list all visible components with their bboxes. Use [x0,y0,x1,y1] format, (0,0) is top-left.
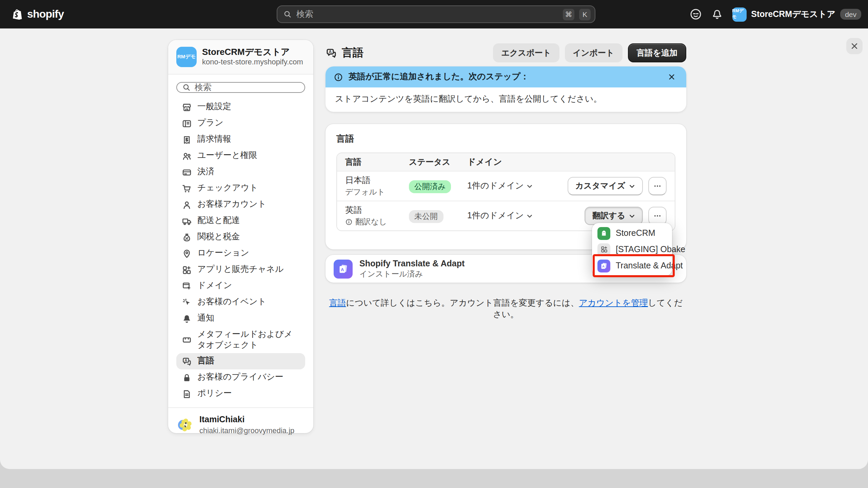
billing-icon [182,135,192,145]
privacy-lock-icon [182,373,192,383]
settings-search-field[interactable] [176,82,305,93]
chevron-down-icon [629,183,635,189]
sidebar-item-customer-accounts[interactable]: お客様アカウント [176,197,305,213]
translate-apps-dropdown: StoreCRM [STAGING] Obake A Translate & A… [592,223,672,276]
user-email: chiaki.itami@groovymedia.jp [199,425,294,435]
users-permissions-icon [182,151,192,161]
language-name: 英語 [345,205,409,216]
banner-body: ストアコンテンツを英語に翻訳してから、言語を公開してください。 [326,87,686,112]
row-menu-button[interactable] [648,207,667,225]
manage-account-link[interactable]: アカウントを管理 [579,298,648,308]
customize-button[interactable]: カスタマイズ [568,177,643,195]
chevron-down-icon [629,212,635,219]
store-avatar: RMデモ [732,7,746,21]
sidebar-item-domains[interactable]: ドメイン [176,278,305,294]
settings-search-input[interactable] [195,83,304,92]
sidebar-item-plan[interactable]: プラン [176,115,305,131]
translate-button[interactable]: 翻訳する [585,207,643,225]
banner-title: 英語が正常に追加されました。次のステップ： [349,71,659,83]
domain-dropdown[interactable]: 1件のドメイン [467,180,568,192]
help-footer: 言語について詳しくはこちら。アカウント言語を変更するには、アカウントを管理してく… [326,298,686,321]
sidebar-item-policies[interactable]: ポリシー [176,386,305,402]
dropdown-item-storecrm[interactable]: StoreCRM [595,225,669,241]
topbar: shopify ⌘ K RMデモ StoreCRMデモストア dev [0,0,868,28]
sidebar-item-locations[interactable]: ロケーション [176,245,305,262]
storecrm-app-icon [597,227,610,240]
export-button[interactable]: エクスポート [493,43,559,62]
add-language-button[interactable]: 言語を追加 [628,43,686,62]
page-title: 言語 [342,46,363,60]
global-search-input[interactable] [296,9,558,19]
sidebar-item-general[interactable]: 一般設定 [176,99,305,115]
user-avatar [176,416,194,433]
customer-accounts-icon [182,200,192,210]
close-settings-button[interactable] [846,38,863,54]
shopify-settings-page: shopify ⌘ K RMデモ StoreCRMデモストア dev [0,0,868,488]
dropdown-item-translate-adapt[interactable]: A Translate & Adapt [595,258,669,274]
domains-icon [182,281,192,291]
store-icon [182,102,192,112]
sidebar-store-header: RMデモ StoreCRMデモストア kono-test-store.mysho… [168,40,313,75]
chevron-down-icon [527,183,533,189]
shopify-bag-icon [11,7,24,21]
store-name: StoreCRMデモストア [751,8,835,20]
row-menu-button[interactable] [648,177,667,195]
languages-title-icon: A [326,47,337,59]
sidebar-item-billing[interactable]: 請求情報 [176,131,305,148]
settings-menu: 一般設定 プラン 請求情報 ユーザーと権限 決済 [168,96,313,408]
global-search-bar[interactable]: ⌘ K [277,5,595,23]
import-button[interactable]: インポート [565,43,622,62]
domain-dropdown[interactable]: 1件のドメイン [467,210,585,222]
sidebar-item-languages[interactable]: A 言語 [176,353,305,370]
banner-close-button[interactable] [665,70,678,84]
table-row-japanese: 日本語 デフォルト 公開済み 1件のドメイン カスタマイズ [337,171,675,201]
info-icon [345,218,353,226]
svg-text:A: A [602,264,605,268]
metafields-icon [182,335,192,345]
banner-header: 英語が正常に追加されました。次のステップ： [326,66,686,87]
admin-face-icon[interactable] [689,8,702,20]
notifications-bell-icon[interactable] [711,8,723,20]
store-menu-chip[interactable]: RMデモ StoreCRMデモストア dev [732,7,861,21]
sidebar-item-users-permissions[interactable]: ユーザーと権限 [176,148,305,164]
info-icon [334,72,343,82]
customer-events-icon [182,297,192,307]
language-sub: デフォルト [345,187,409,197]
policies-icon [182,389,192,399]
languages-table: 言語 ステータス ドメイン 日本語 デフォルト 公開済み 1件の [336,152,675,231]
language-sub: 翻訳なし [345,217,409,227]
payments-icon [182,167,192,177]
shipping-truck-icon [182,216,192,226]
plan-icon [182,118,192,128]
svg-text:A: A [185,359,188,362]
status-badge: 未公開 [409,210,443,223]
checkout-cart-icon [182,183,192,194]
svg-text:A: A [341,267,344,272]
sidebar-item-customer-events[interactable]: お客様のイベント [176,294,305,310]
sidebar-item-checkout[interactable]: チェックアウト [176,180,305,197]
sidebar-user-footer[interactable]: ItamiChiaki chiaki.itami@groovymedia.jp [168,408,313,441]
translate-adapt-app-icon: A [334,259,353,278]
sidebar-item-shipping[interactable]: 配送と配達 [176,213,305,229]
topbar-right-cluster: RMデモ StoreCRMデモストア dev [689,0,861,28]
col-domain: ドメイン [467,156,667,168]
settings-sidebar: RMデモ StoreCRMデモストア kono-test-store.mysho… [168,40,313,433]
store-avatar: RMデモ [176,47,197,67]
app-title: Shopify Translate & Adapt [359,258,465,269]
col-language: 言語 [345,156,409,168]
sidebar-item-customer-privacy[interactable]: お客様のプライバシー [176,370,305,386]
user-name: ItamiChiaki [199,414,294,426]
settings-panel: RMデモ StoreCRMデモストア kono-test-store.mysho… [0,28,868,469]
close-icon [850,42,859,50]
shopify-logo: shopify [11,7,64,21]
chevron-down-icon [527,212,533,219]
sidebar-item-metafields[interactable]: メタフィールドおよびメタオブジェクト [176,327,305,353]
sidebar-item-taxes[interactable]: 関税と税金 [176,229,305,245]
sidebar-item-payments[interactable]: 決済 [176,164,305,180]
notifications-bell-icon [182,313,192,324]
dropdown-item-staging-obake[interactable]: [STAGING] Obake [595,241,669,258]
sidebar-item-apps-channels[interactable]: アプリと販売チャネル [176,262,305,278]
sidebar-item-notifications[interactable]: 通知 [176,310,305,327]
languages-help-link[interactable]: 言語 [329,298,346,308]
languages-card-title: 言語 [336,133,675,145]
